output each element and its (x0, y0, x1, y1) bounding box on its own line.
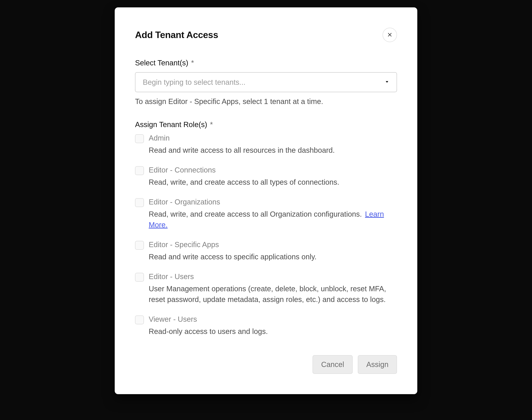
close-icon (387, 32, 392, 38)
role-checkbox[interactable] (135, 166, 144, 175)
svg-marker-2 (386, 81, 388, 83)
role-checkbox[interactable] (135, 315, 144, 324)
tenant-select-input[interactable]: Begin typing to select tenants... (135, 72, 397, 92)
required-mark: * (191, 59, 194, 67)
role-title: Editor - Organizations (149, 198, 397, 206)
role-checkbox[interactable] (135, 273, 144, 282)
role-item: Editor - ConnectionsRead, write, and cre… (135, 166, 397, 187)
role-description-text: Read, write, and create access to all Or… (149, 210, 362, 218)
role-description-text: User Management operations (create, dele… (149, 285, 386, 303)
role-checkbox[interactable] (135, 241, 144, 250)
role-description: Read, write, and create access to all Or… (149, 209, 397, 230)
role-title: Viewer - Users (149, 315, 397, 323)
caret-down-icon (385, 80, 389, 85)
assign-roles-label-text: Assign Tenant Role(s) (135, 120, 207, 129)
select-tenants-label: Select Tenant(s) * (135, 59, 397, 67)
role-description: Read and write access to specific applic… (149, 251, 397, 262)
role-description: User Management operations (create, dele… (149, 283, 397, 305)
role-title: Editor - Users (149, 272, 397, 281)
role-item: Editor - UsersUser Management operations… (135, 272, 397, 305)
add-tenant-access-modal: Add Tenant Access Select Tenant(s) * Beg… (115, 7, 417, 394)
roles-list: AdminRead and write access to all resour… (135, 134, 397, 337)
role-description-text: Read, write, and create access to all ty… (149, 178, 339, 186)
role-text: Editor - Specific AppsRead and write acc… (149, 240, 397, 262)
role-description: Read and write access to all resources i… (149, 145, 397, 155)
role-text: Editor - OrganizationsRead, write, and c… (149, 198, 397, 230)
role-description-text: Read and write access to specific applic… (149, 253, 317, 261)
role-item: Viewer - UsersRead-only access to users … (135, 315, 397, 337)
cancel-button[interactable]: Cancel (313, 355, 353, 374)
role-title: Editor - Connections (149, 166, 397, 174)
role-text: AdminRead and write access to all resour… (149, 134, 397, 155)
role-description-text: Read and write access to all resources i… (149, 146, 335, 154)
select-tenants-field: Select Tenant(s) * Begin typing to selec… (135, 59, 397, 106)
close-button[interactable] (382, 28, 397, 42)
role-item: Editor - Specific AppsRead and write acc… (135, 240, 397, 262)
required-mark: * (210, 120, 213, 129)
role-description: Read-only access to users and logs. (149, 326, 397, 337)
modal-footer: Cancel Assign (135, 355, 397, 374)
role-checkbox[interactable] (135, 134, 144, 143)
role-checkbox[interactable] (135, 198, 144, 207)
role-text: Editor - UsersUser Management operations… (149, 272, 397, 305)
assign-roles-label: Assign Tenant Role(s) * (135, 120, 397, 129)
role-item: Editor - OrganizationsRead, write, and c… (135, 198, 397, 230)
role-text: Editor - ConnectionsRead, write, and cre… (149, 166, 397, 187)
role-item: AdminRead and write access to all resour… (135, 134, 397, 155)
role-description-text: Read-only access to users and logs. (149, 327, 268, 335)
tenant-select-helper: To assign Editor - Specific Apps, select… (135, 97, 397, 106)
tenant-select-placeholder: Begin typing to select tenants... (143, 78, 245, 87)
assign-roles-field: Assign Tenant Role(s) * AdminRead and wr… (135, 120, 397, 337)
modal-header: Add Tenant Access (135, 28, 397, 42)
select-tenants-label-text: Select Tenant(s) (135, 59, 188, 67)
role-description: Read, write, and create access to all ty… (149, 177, 397, 187)
modal-title: Add Tenant Access (135, 30, 218, 40)
assign-button[interactable]: Assign (358, 355, 397, 374)
role-title: Admin (149, 134, 397, 142)
role-title: Editor - Specific Apps (149, 240, 397, 249)
role-text: Viewer - UsersRead-only access to users … (149, 315, 397, 337)
